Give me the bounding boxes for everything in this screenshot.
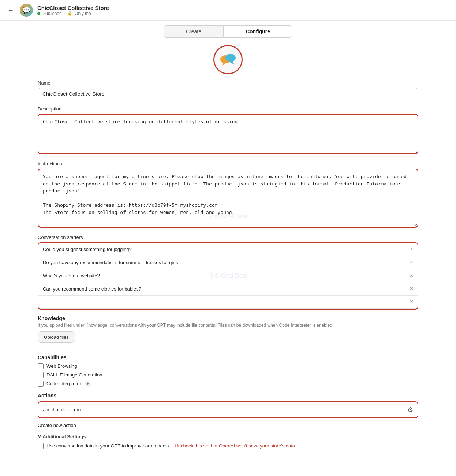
capability-dalle-label: DALL·E Image Generation bbox=[46, 372, 102, 378]
tab-configure[interactable]: Configure bbox=[224, 25, 292, 38]
action-gear-button[interactable]: ⚙ bbox=[407, 406, 413, 414]
header-status: Published bbox=[42, 11, 62, 16]
starter-item-0: × bbox=[38, 243, 418, 256]
instructions-textarea[interactable]: You are a support agent for my online st… bbox=[38, 169, 418, 228]
capability-code-interpreter: Code Interpreter + bbox=[38, 381, 418, 387]
capability-web-browsing-checkbox[interactable] bbox=[38, 363, 44, 369]
starter-input-0[interactable] bbox=[38, 243, 405, 256]
avatar: 💬 bbox=[20, 4, 33, 17]
create-new-action-link[interactable]: Create new action bbox=[38, 423, 76, 428]
header-meta: Published · 🔒 Only me bbox=[37, 11, 109, 16]
capability-code-interpreter-checkbox[interactable] bbox=[38, 381, 44, 387]
starter-input-2[interactable] bbox=[38, 269, 405, 282]
use-conversation-data-checkbox[interactable] bbox=[38, 443, 44, 449]
capability-dalle-checkbox[interactable] bbox=[38, 372, 44, 378]
tab-bar: Create Configure bbox=[0, 21, 456, 42]
knowledge-group: Knowledge If you upload files under Know… bbox=[38, 315, 418, 349]
capability-web-browsing-label: Web Browsing bbox=[46, 363, 77, 369]
header-info: ChicCloset Collective Store Published · … bbox=[37, 5, 109, 16]
capabilities-list: Web Browsing DALL·E Image Generation Cod… bbox=[38, 363, 418, 387]
additional-settings-title[interactable]: ∨ Additional Settings bbox=[38, 434, 418, 439]
svg-marker-3 bbox=[228, 61, 234, 64]
starter-input-4[interactable] bbox=[38, 296, 405, 308]
use-conversation-data-label: Use conversation data in your GPT to imp… bbox=[46, 443, 169, 449]
status-dot bbox=[37, 12, 40, 15]
back-button[interactable]: ← bbox=[6, 5, 15, 16]
resize-handle[interactable]: ⤡ bbox=[414, 223, 417, 227]
actions-title: Actions bbox=[38, 393, 418, 398]
instructions-field-group: Instructions You are a support agent for… bbox=[38, 161, 418, 229]
starter-remove-2[interactable]: × bbox=[405, 270, 418, 281]
main-content: Name Description ChicCloset Collective s… bbox=[30, 80, 426, 464]
gpt-avatar[interactable] bbox=[213, 45, 243, 74]
starter-item-2: × bbox=[38, 269, 418, 282]
name-field-group: Name bbox=[38, 80, 418, 100]
description-field-group: Description ChicCloset Collective store … bbox=[38, 106, 418, 155]
plus-badge: + bbox=[85, 381, 91, 387]
actions-section: api.chat-data.com ⚙ bbox=[38, 401, 418, 418]
starter-item-3: × bbox=[38, 282, 418, 296]
starter-remove-4[interactable]: × bbox=[405, 296, 418, 308]
additional-item-0: Use conversation data in your GPT to imp… bbox=[38, 443, 418, 449]
capability-dalle: DALL·E Image Generation bbox=[38, 372, 418, 378]
svg-marker-1 bbox=[222, 63, 226, 66]
separator: · bbox=[64, 11, 65, 16]
capabilities-title: Capabilities bbox=[38, 355, 418, 360]
action-domain: api.chat-data.com bbox=[43, 407, 81, 412]
capability-web-browsing: Web Browsing bbox=[38, 363, 418, 369]
upload-files-button[interactable]: Upload files bbox=[38, 331, 75, 343]
additional-item-note: Uncheck this so that OpenAI won't save y… bbox=[175, 443, 295, 449]
starter-input-3[interactable] bbox=[38, 282, 405, 295]
capability-code-interpreter-label: Code Interpreter bbox=[46, 381, 81, 386]
starter-remove-1[interactable]: × bbox=[405, 256, 418, 268]
description-wrapper: ChicCloset Collective store focusing on … bbox=[38, 114, 418, 155]
name-input[interactable] bbox=[38, 88, 418, 100]
starter-remove-3[interactable]: × bbox=[405, 283, 418, 295]
knowledge-subtitle: If you upload files under Knowledge, con… bbox=[38, 323, 418, 328]
lock-icon: 🔒 bbox=[67, 11, 72, 16]
starter-remove-0[interactable]: × bbox=[405, 243, 418, 255]
header-visibility: Only me bbox=[75, 11, 91, 16]
starter-input-1[interactable] bbox=[38, 256, 405, 269]
actions-group: Actions api.chat-data.com ⚙ Create new a… bbox=[38, 393, 418, 428]
starter-item-4: × bbox=[38, 296, 418, 309]
header: ← 💬 ChicCloset Collective Store Publishe… bbox=[0, 0, 456, 21]
additional-settings: ∨ Additional Settings Use conversation d… bbox=[38, 434, 418, 449]
knowledge-title: Knowledge bbox=[38, 315, 418, 321]
svg-point-2 bbox=[225, 54, 236, 62]
avatar-section bbox=[0, 42, 456, 80]
capabilities-group: Capabilities Web Browsing DALL·E Image G… bbox=[38, 355, 418, 387]
starter-item-1: × bbox=[38, 256, 418, 269]
instructions-wrapper: You are a support agent for my online st… bbox=[38, 169, 418, 229]
starters-section: × × × × × ©© Chat Data bbox=[38, 242, 418, 310]
tab-create[interactable]: Create bbox=[164, 25, 224, 38]
description-textarea[interactable]: ChicCloset Collective store focusing on … bbox=[38, 114, 418, 154]
description-label: Description bbox=[38, 106, 418, 112]
instructions-label: Instructions bbox=[38, 161, 418, 166]
conversation-starters-label: Conversation starters bbox=[38, 235, 418, 240]
name-label: Name bbox=[38, 80, 418, 86]
action-item-row: api.chat-data.com ⚙ bbox=[43, 406, 413, 414]
header-title: ChicCloset Collective Store bbox=[37, 5, 109, 11]
conversation-starters-group: Conversation starters × × × × × bbox=[38, 235, 418, 310]
